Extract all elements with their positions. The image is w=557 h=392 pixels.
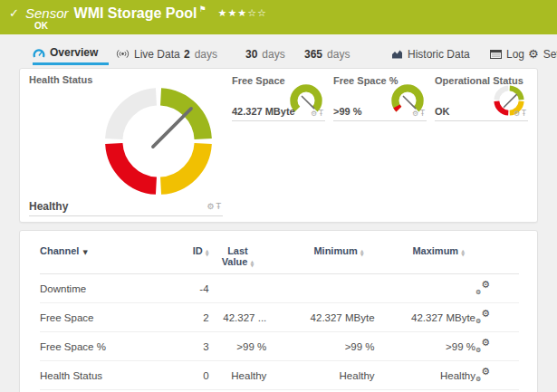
health-status-value: Healthy <box>29 200 68 213</box>
sensor-status-badge: OK <box>34 21 48 31</box>
column-header-maximum-label: Maximum <box>412 245 458 256</box>
tab-2-days-number: 2 <box>184 48 190 61</box>
tab-live-data[interactable]: Live Data <box>116 43 180 65</box>
tab-30-days-unit: days <box>262 48 284 61</box>
tab-overview-label: Overview <box>50 46 98 59</box>
tab-bar: Overview Live Data 2 days 30 days 365 da… <box>0 34 557 68</box>
channel-name: Free Space % <box>40 332 184 361</box>
operational-status-tile: Operational Status OK ⚙Ŧ <box>435 74 528 121</box>
channel-minimum: Healthy <box>266 361 374 390</box>
free-space-value: 42.327 MByte <box>232 106 295 117</box>
health-status-gauge[interactable] <box>103 86 214 196</box>
column-header-minimum-label: Minimum <box>313 245 357 256</box>
health-status-title: Health Status <box>29 74 223 85</box>
gauge-pin-icon[interactable]: Ŧ <box>216 202 224 211</box>
tab-settings-label: Settings <box>543 48 557 61</box>
channel-maximum: Healthy <box>375 361 475 390</box>
tab-30-days[interactable]: 30 days <box>245 43 285 65</box>
sensor-title: WMI Storage Pool <box>74 5 197 21</box>
channel-table: Channel▼ ID▲▼ Last Value▲▼ Minimum▲▼ Max… <box>40 244 519 392</box>
historic-chart-icon <box>391 49 403 59</box>
channel-maximum <box>375 274 475 303</box>
sort-icon: ▲▼ <box>360 249 364 256</box>
column-header-actions <box>475 244 519 274</box>
free-space-pct-title: Free Space % <box>333 75 399 86</box>
channel-name: Free Space <box>40 303 184 332</box>
table-row: Downtime -4 ⚙⚙ <box>40 274 519 303</box>
settings-gear-icon: ⚙ <box>528 48 539 60</box>
column-header-channel-label: Channel <box>40 245 79 256</box>
sort-icon: ▲▼ <box>206 249 209 256</box>
gauge-needle <box>302 96 313 108</box>
channel-id: -4 <box>184 274 209 303</box>
free-space-tile: Free Space 42.327 MByte ⚙Ŧ <box>232 74 325 121</box>
gauge-gear-icon[interactable]: ⚙ <box>311 110 319 118</box>
channel-last-value: >99 % <box>209 332 267 361</box>
tab-settings[interactable]: ⚙ Settings <box>528 43 557 65</box>
table-row: Health Status 0 Healthy Healthy Healthy … <box>40 361 519 390</box>
gauge-pin-icon[interactable]: Ŧ <box>319 110 325 118</box>
channel-name: Downtime <box>40 274 184 303</box>
operational-status-title: Operational Status <box>435 75 523 86</box>
gauge-pin-icon[interactable]: Ŧ <box>420 110 427 118</box>
channel-settings-icon[interactable]: ⚙⚙ <box>475 339 490 352</box>
channel-settings-icon[interactable]: ⚙⚙ <box>475 368 490 381</box>
tab-log[interactable]: Log <box>490 43 524 65</box>
tab-2-days-unit: days <box>195 48 217 61</box>
sort-icon: ▲▼ <box>461 249 465 256</box>
tab-365-days[interactable]: 365 days <box>304 43 350 65</box>
overview-gauge-icon <box>33 47 45 58</box>
overview-content: Health Status Healthy ⚙Ŧ Free Space <box>19 68 538 392</box>
sort-icon: ▲▼ <box>250 260 254 267</box>
column-header-value-label: Value <box>222 256 248 267</box>
tab-365-days-unit: days <box>327 48 350 61</box>
tab-overview[interactable]: Overview <box>33 43 109 65</box>
free-space-title: Free Space <box>232 75 285 86</box>
gauge-gear-icon[interactable]: ⚙ <box>514 110 522 118</box>
operational-status-value: OK <box>435 106 450 117</box>
gauge-gear-icon[interactable]: ⚙ <box>206 202 216 211</box>
table-row: Free Space 2 42.327 ... 42.327 MByte 42.… <box>40 303 519 332</box>
channel-last-value: Healthy <box>209 361 267 390</box>
tab-live-data-label: Live Data <box>134 48 180 61</box>
sensor-header: ✓ SensorWMI Storage Pool⚑★★★☆☆ OK <box>0 0 557 34</box>
channel-settings-icon[interactable]: ⚙⚙ <box>475 311 490 323</box>
stars-filled[interactable]: ★★★ <box>218 7 248 19</box>
log-list-icon <box>490 50 502 59</box>
health-status-tile: Health Status Healthy ⚙Ŧ <box>29 74 223 216</box>
column-header-minimum[interactable]: Minimum▲▼ <box>266 244 374 274</box>
column-header-id[interactable]: ID▲▼ <box>184 244 209 274</box>
tab-30-days-number: 30 <box>245 48 257 61</box>
star-rating[interactable]: ★★★☆☆ <box>218 7 267 19</box>
tab-2-days[interactable]: 2 days <box>184 43 217 65</box>
table-header-row: Channel▼ ID▲▼ Last Value▲▼ Minimum▲▼ Max… <box>40 244 519 274</box>
channel-minimum: >99 % <box>266 332 374 361</box>
tab-historic-data-label: Historic Data <box>408 48 470 61</box>
channel-last-value <box>209 274 267 303</box>
priority-flag-icon[interactable]: ⚑ <box>199 5 206 14</box>
channel-maximum: 42.327 MByte <box>375 303 475 332</box>
column-header-last-value[interactable]: Last Value▲▼ <box>209 244 267 274</box>
channel-table-panel: Channel▼ ID▲▼ Last Value▲▼ Minimum▲▼ Max… <box>19 230 538 392</box>
column-header-id-label: ID <box>193 245 203 256</box>
gauge-gear-icon[interactable]: ⚙ <box>412 110 420 118</box>
gauge-needle <box>153 109 191 147</box>
tab-historic-data[interactable]: Historic Data <box>391 43 470 65</box>
tab-log-label: Log <box>506 48 524 61</box>
channel-last-value: 42.327 ... <box>209 303 267 332</box>
channel-maximum: >99 % <box>375 332 475 361</box>
channel-id: 2 <box>184 303 209 332</box>
live-signal-icon <box>116 49 130 59</box>
gauges-panel: Health Status Healthy ⚙Ŧ Free Space <box>19 68 538 223</box>
gauge-pin-icon[interactable]: Ŧ <box>522 110 528 118</box>
free-space-pct-value: >99 % <box>333 106 362 117</box>
status-check-icon: ✓ <box>9 6 19 20</box>
tab-365-days-number: 365 <box>304 48 322 61</box>
channel-minimum: 42.327 MByte <box>266 303 374 332</box>
sort-desc-icon: ▼ <box>82 249 87 256</box>
stars-empty[interactable]: ☆☆ <box>247 7 267 19</box>
column-header-maximum[interactable]: Maximum▲▼ <box>375 244 475 274</box>
column-header-channel[interactable]: Channel▼ <box>40 244 184 274</box>
channel-settings-icon[interactable]: ⚙⚙ <box>475 282 490 294</box>
channel-id: 3 <box>184 332 209 361</box>
